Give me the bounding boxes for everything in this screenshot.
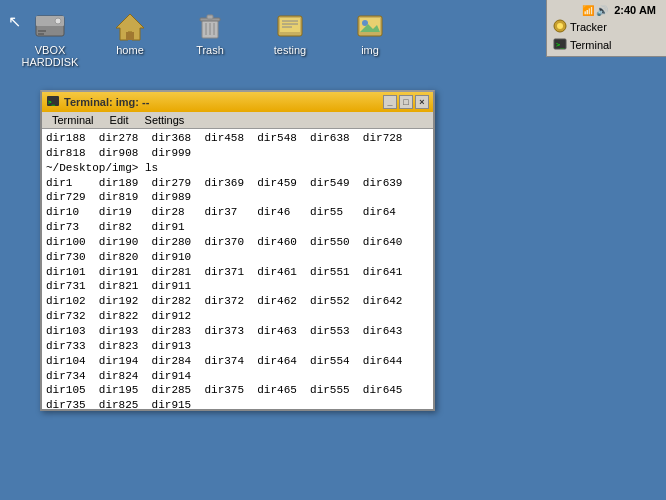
maximize-button[interactable]: □ <box>399 95 413 109</box>
svg-text:>_: >_ <box>48 98 56 106</box>
vbox-label: VBOX HARDDISK <box>20 44 80 68</box>
home-icon <box>114 10 146 42</box>
svg-rect-6 <box>126 32 134 40</box>
clock: 2:40 AM <box>610 3 660 17</box>
tracker-icon <box>553 19 567 35</box>
menu-settings[interactable]: Settings <box>137 113 193 127</box>
img-icon <box>354 10 386 42</box>
svg-rect-4 <box>38 33 44 35</box>
terminal-menubar: Terminal Edit Settings <box>42 112 433 129</box>
terminal-titlebar: >_ Terminal: img: -- _ □ × <box>42 92 433 112</box>
system-tray: 📶 🔊 2:40 AM <box>549 2 664 18</box>
menu-edit[interactable]: Edit <box>102 113 137 127</box>
home-label: home <box>116 44 144 56</box>
trash-icon <box>194 10 226 42</box>
desktop-icon-img[interactable]: img <box>340 10 400 56</box>
terminal-window: >_ Terminal: img: -- _ □ × Terminal Edit… <box>40 90 435 411</box>
svg-point-2 <box>55 18 61 24</box>
svg-point-23 <box>557 23 563 29</box>
taskbar: 📶 🔊 2:40 AM Tracker >_ Terminal <box>546 0 666 57</box>
minimize-button[interactable]: _ <box>383 95 397 109</box>
taskbar-terminal[interactable]: >_ Terminal <box>549 36 664 54</box>
harddisk-icon <box>34 10 66 42</box>
desktop-icon-home[interactable]: home <box>100 10 160 56</box>
close-button[interactable]: × <box>415 95 429 109</box>
svg-rect-14 <box>280 18 300 32</box>
svg-text:>_: >_ <box>556 41 565 49</box>
testing-label: testing <box>274 44 306 56</box>
taskbar-tracker[interactable]: Tracker <box>549 18 664 36</box>
titlebar-buttons: _ □ × <box>383 95 429 109</box>
desktop-icon-vbox[interactable]: VBOX HARDDISK <box>20 10 80 68</box>
mouse-cursor: ↖ <box>8 12 21 31</box>
svg-rect-9 <box>207 15 213 19</box>
menu-terminal[interactable]: Terminal <box>44 113 102 127</box>
network-icon: 📶 <box>582 5 594 16</box>
img-label: img <box>361 44 379 56</box>
terminal-title-icon: >_ <box>46 94 60 110</box>
tracker-label: Tracker <box>570 21 607 33</box>
desktop-icon-testing[interactable]: testing <box>260 10 320 56</box>
terminal-label: Terminal <box>570 39 612 51</box>
terminal-content-area[interactable]: dir188 dir278 dir368 dir458 dir548 dir63… <box>42 129 433 409</box>
desktop-icon-trash[interactable]: Trash <box>180 10 240 56</box>
trash-label: Trash <box>196 44 224 56</box>
terminal-output: dir188 dir278 dir368 dir458 dir548 dir63… <box>46 131 429 409</box>
titlebar-left: >_ Terminal: img: -- <box>46 94 149 110</box>
desktop: ↖ VBOX HARDDISK home <box>0 0 666 500</box>
terminal-icon: >_ <box>553 37 567 53</box>
volume-icon: 🔊 <box>596 5 608 16</box>
terminal-title: Terminal: img: -- <box>64 96 149 108</box>
testing-icon <box>274 10 306 42</box>
svg-rect-3 <box>38 30 46 32</box>
